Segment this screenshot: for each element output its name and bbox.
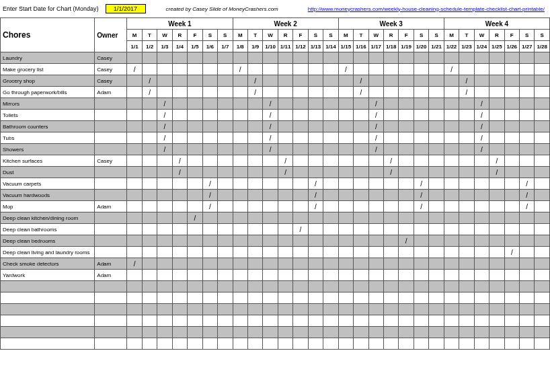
day-cell[interactable] (429, 224, 444, 235)
day-cell[interactable] (429, 212, 444, 224)
day-cell[interactable] (323, 121, 339, 132)
day-cell[interactable] (247, 338, 262, 350)
day-cell[interactable]: / (157, 110, 172, 121)
day-cell[interactable] (263, 167, 278, 178)
day-cell[interactable] (399, 315, 414, 327)
day-cell[interactable] (535, 167, 550, 178)
day-cell[interactable] (489, 327, 504, 338)
day-cell[interactable]: / (263, 98, 278, 110)
day-cell[interactable] (338, 212, 353, 224)
day-cell[interactable] (308, 258, 323, 270)
day-cell[interactable] (218, 144, 233, 155)
day-cell[interactable] (489, 247, 504, 258)
day-cell[interactable] (368, 212, 383, 224)
day-cell[interactable] (383, 144, 398, 155)
day-cell[interactable] (354, 224, 368, 235)
day-cell[interactable] (263, 201, 278, 212)
day-cell[interactable] (414, 155, 428, 167)
day-cell[interactable] (535, 75, 550, 87)
day-cell[interactable] (504, 110, 519, 121)
day-cell[interactable] (188, 304, 202, 315)
owner-name[interactable]: Casey (95, 52, 127, 64)
day-cell[interactable] (354, 235, 368, 247)
day-cell[interactable] (489, 258, 504, 270)
day-cell[interactable] (383, 132, 398, 144)
day-cell[interactable] (233, 315, 247, 327)
day-cell[interactable] (188, 338, 202, 350)
day-cell[interactable] (414, 224, 428, 235)
day-cell[interactable] (504, 178, 519, 190)
day-cell[interactable]: / (263, 144, 278, 155)
day-cell[interactable]: / (474, 98, 489, 110)
day-cell[interactable] (535, 315, 550, 327)
day-cell[interactable] (188, 315, 202, 327)
day-cell[interactable] (127, 235, 142, 247)
day-cell[interactable] (399, 110, 414, 121)
day-cell[interactable] (368, 190, 383, 201)
day-cell[interactable] (399, 167, 414, 178)
day-cell[interactable] (444, 167, 459, 178)
day-cell[interactable] (247, 201, 262, 212)
day-cell[interactable] (444, 121, 459, 132)
day-cell[interactable] (444, 190, 459, 201)
day-cell[interactable]: / (459, 87, 474, 98)
day-cell[interactable] (429, 155, 444, 167)
day-cell[interactable] (383, 64, 398, 75)
day-cell[interactable] (489, 201, 504, 212)
day-cell[interactable] (127, 144, 142, 155)
owner-name[interactable] (95, 132, 127, 144)
day-cell[interactable]: / (368, 132, 383, 144)
day-cell[interactable] (338, 110, 353, 121)
day-cell[interactable] (263, 52, 278, 64)
day-cell[interactable] (444, 144, 459, 155)
day-cell[interactable] (157, 235, 172, 247)
day-cell[interactable] (188, 87, 202, 98)
day-cell[interactable] (308, 212, 323, 224)
day-cell[interactable] (368, 270, 383, 281)
day-cell[interactable] (520, 167, 535, 178)
day-cell[interactable] (459, 52, 474, 64)
day-cell[interactable] (157, 247, 172, 258)
day-cell[interactable] (504, 190, 519, 201)
day-cell[interactable] (489, 270, 504, 281)
day-cell[interactable] (429, 75, 444, 87)
day-cell[interactable] (474, 338, 489, 350)
day-cell[interactable] (247, 121, 262, 132)
day-cell[interactable] (504, 132, 519, 144)
chore-name[interactable]: Mirrors (1, 98, 95, 110)
chore-name[interactable] (1, 338, 95, 350)
day-cell[interactable] (263, 235, 278, 247)
day-cell[interactable] (504, 270, 519, 281)
day-cell[interactable]: / (263, 121, 278, 132)
day-cell[interactable] (293, 247, 308, 258)
day-cell[interactable] (399, 178, 414, 190)
day-cell[interactable] (504, 121, 519, 132)
day-cell[interactable] (474, 281, 489, 292)
day-cell[interactable] (383, 212, 398, 224)
day-cell[interactable] (188, 64, 202, 75)
day-cell[interactable] (323, 98, 339, 110)
day-cell[interactable] (188, 247, 202, 258)
day-cell[interactable] (323, 292, 339, 304)
day-cell[interactable] (535, 270, 550, 281)
day-cell[interactable] (233, 121, 247, 132)
day-cell[interactable] (368, 327, 383, 338)
day-cell[interactable] (157, 190, 172, 201)
day-cell[interactable]: / (142, 87, 157, 98)
day-cell[interactable] (474, 235, 489, 247)
day-cell[interactable] (247, 144, 262, 155)
day-cell[interactable] (414, 52, 428, 64)
day-cell[interactable] (293, 110, 308, 121)
day-cell[interactable] (202, 132, 217, 144)
day-cell[interactable] (247, 64, 262, 75)
day-cell[interactable] (504, 64, 519, 75)
day-cell[interactable]: / (474, 132, 489, 144)
day-cell[interactable] (338, 52, 353, 64)
owner-name[interactable] (95, 281, 127, 292)
day-cell[interactable] (157, 327, 172, 338)
day-cell[interactable] (399, 212, 414, 224)
day-cell[interactable]: / (263, 110, 278, 121)
day-cell[interactable] (504, 201, 519, 212)
day-cell[interactable] (172, 292, 187, 304)
day-cell[interactable] (383, 258, 398, 270)
